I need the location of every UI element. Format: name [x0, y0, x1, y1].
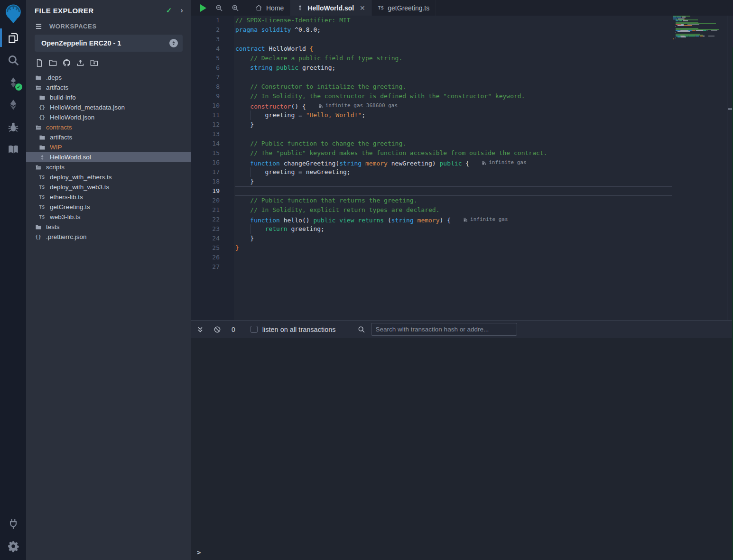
tree-item[interactable]: {}HelloWorld_metadata.json [26, 102, 191, 112]
code-line: 6 string public greeting; [191, 63, 733, 73]
code-area[interactable]: 1// SPDX-License-Identifier: MIT2pragma … [191, 16, 733, 320]
double-chevron-down-icon [196, 326, 204, 333]
workspaces-label: WORKSPACES [49, 23, 97, 30]
listen-checkbox[interactable] [251, 326, 258, 333]
listen-label: listen on all transactions [262, 326, 336, 333]
tab-getGreeting.ts[interactable]: TSgetGreeting.ts [372, 0, 436, 16]
code-line: 10 constructor() {infinite gas 368600 ga… [191, 101, 733, 110]
transaction-count: 0 [232, 326, 235, 333]
main-area: HomeHelloWorld.sol✕TSgetGreeting.ts 1// … [191, 0, 733, 560]
code-line: 18 } [191, 177, 733, 186]
activity-bar: ✓ [0, 0, 26, 560]
gas-estimate: infinite gas [463, 215, 508, 224]
new-folder-icon[interactable] [48, 58, 57, 67]
tree-item[interactable]: {}HelloWorld.json [26, 112, 191, 122]
tree-item[interactable]: build-info [26, 92, 191, 102]
minimap[interactable] [673, 16, 726, 41]
debugger-button[interactable] [0, 116, 26, 138]
tree-item[interactable]: TSdeploy_with_web3.ts [26, 182, 191, 192]
folder-icon [38, 144, 46, 151]
tree-item[interactable]: TSweb3-lib.ts [26, 212, 191, 222]
code-line: 1// SPDX-License-Identifier: MIT [191, 16, 733, 25]
new-file-icon[interactable] [35, 58, 44, 67]
workspace-name: OpenZeppelin ERC20 - 1 [41, 39, 169, 47]
typescript-icon: TS [38, 194, 46, 200]
folder-icon [38, 134, 46, 141]
typescript-icon: TS [38, 184, 46, 190]
settings-button[interactable] [0, 535, 26, 557]
chevron-right-icon[interactable]: › [180, 6, 183, 15]
gas-estimate: infinite gas 368600 gas [318, 101, 398, 110]
gas-estimate: infinite gas [482, 158, 526, 167]
upload-folder-icon[interactable] [90, 58, 99, 67]
tree-item[interactable]: tests [26, 222, 191, 232]
terminal-prompt: > [197, 549, 201, 556]
code-line: 4contract HelloWorld { [191, 44, 733, 54]
code-line: 9 // In Solidity, the constructor is def… [191, 92, 733, 101]
search-button[interactable] [0, 49, 26, 71]
code-line: 25} [191, 243, 733, 253]
learneth-button[interactable] [0, 138, 26, 160]
code-line: 5 // Declare a public field of type stri… [191, 54, 733, 63]
typescript-icon: TS [378, 5, 384, 10]
editor-tabbar: HomeHelloWorld.sol✕TSgetGreeting.ts [191, 0, 733, 16]
code-line: 3 [191, 35, 733, 44]
search-icon [358, 326, 365, 333]
collapse-terminal-button[interactable] [196, 326, 204, 333]
tree-item[interactable]: HelloWorld.sol [26, 152, 191, 162]
zoom-in-button[interactable] [227, 0, 243, 16]
editor: HomeHelloWorld.sol✕TSgetGreeting.ts 1// … [191, 0, 733, 320]
tree-item[interactable]: scripts [26, 162, 191, 172]
close-icon[interactable]: ✕ [360, 4, 365, 12]
code-line: 16 function changeGreeting(string memory… [191, 158, 733, 167]
code-line: 15 // The "public" keyword makes the fun… [191, 148, 733, 158]
solidity-compiler-button[interactable]: ✓ [0, 71, 26, 93]
code-line: 14 // Public function to change the gree… [191, 139, 733, 148]
panel-title: FILE EXPLORER [35, 7, 166, 15]
json-icon: {} [38, 114, 46, 120]
run-script-button[interactable] [195, 0, 211, 16]
workspace-select[interactable]: OpenZeppelin ERC20 - 1 [35, 35, 183, 52]
clear-console-button[interactable] [213, 326, 221, 333]
file-toolbar [26, 52, 191, 71]
transaction-search-input[interactable] [371, 323, 517, 336]
remix-logo-button[interactable] [0, 0, 26, 27]
zoom-out-button[interactable] [211, 0, 227, 16]
upload-file-icon[interactable] [76, 58, 85, 67]
tabs: HomeHelloWorld.sol✕TSgetGreeting.ts [243, 0, 436, 16]
hamburger-icon[interactable] [35, 23, 43, 30]
tree-item[interactable]: TSgetGreeting.ts [26, 202, 191, 212]
workspaces-row: WORKSPACES [26, 18, 191, 34]
code-line: 20 // Public function that returns the g… [191, 196, 733, 205]
plugin-manager-button[interactable] [0, 513, 26, 535]
sort-icon[interactable] [169, 39, 178, 47]
file-explorer-button[interactable] [0, 27, 26, 49]
tree-item[interactable]: {}.prettierrc.json [26, 232, 191, 242]
code-lines: 1// SPDX-License-Identifier: MIT2pragma … [191, 16, 733, 272]
folder-open-icon [35, 84, 42, 91]
tab-HelloWorld.sol[interactable]: HelloWorld.sol✕ [290, 0, 371, 16]
folder-icon [38, 94, 46, 101]
code-line: 7 [191, 73, 733, 82]
json-icon: {} [38, 104, 46, 110]
typescript-icon: TS [38, 204, 46, 210]
check-badge-icon: ✓ [15, 83, 22, 91]
tree-item[interactable]: .deps [26, 73, 191, 83]
panel-header: FILE EXPLORER ✓ › [26, 0, 191, 18]
tree-item[interactable]: contracts [26, 122, 191, 132]
github-icon[interactable] [62, 58, 71, 67]
terminal-output[interactable]: > [191, 338, 733, 560]
zoom-in-icon [232, 4, 239, 12]
tree-item[interactable]: artifacts [26, 132, 191, 142]
tree-item[interactable]: TSdeploy_with_ethers.ts [26, 172, 191, 182]
play-icon [200, 4, 206, 12]
tree-item[interactable]: TSethers-lib.ts [26, 192, 191, 202]
tree-item[interactable]: WIP [26, 142, 191, 152]
solidity-file [297, 4, 304, 11]
tree-item[interactable]: artifacts [26, 83, 191, 92]
folder-open-icon [35, 124, 42, 131]
tab-Home[interactable]: Home [249, 0, 290, 16]
code-line: 17 greeting = newGreeting; [191, 167, 733, 177]
file-explorer-panel: FILE EXPLORER ✓ › WORKSPACES OpenZeppeli… [26, 0, 191, 560]
deploy-run-button[interactable] [0, 93, 26, 116]
